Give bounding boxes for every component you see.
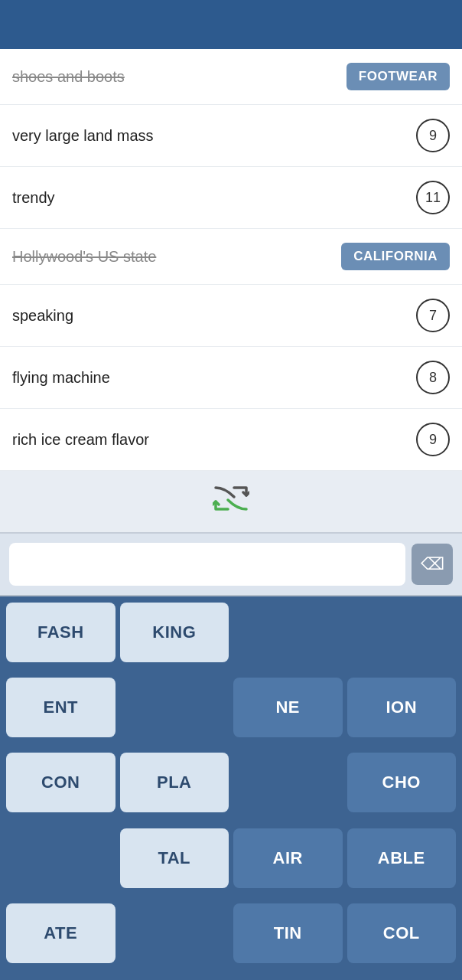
clue-row-2: very large land mass9	[0, 105, 462, 167]
clue-row-4: Hollywood's US stateCALIFORNIA	[0, 229, 462, 285]
clues-section: shoes and bootsFOOTWEARvery large land m…	[0, 49, 462, 471]
clue-row-7: rich ice cream flavor9	[0, 409, 462, 471]
key-btn-tin[interactable]: TIN	[233, 903, 343, 963]
delete-icon: ⌫	[421, 554, 444, 574]
key-btn-empty-3	[347, 603, 457, 662]
key-btn-ion[interactable]: ION	[347, 678, 457, 737]
key-btn-able[interactable]: ABLE	[347, 828, 457, 888]
key-btn-con[interactable]: CON	[6, 753, 116, 812]
clue-number-badge-2: 9	[416, 119, 450, 152]
key-btn-empty-12	[6, 828, 116, 888]
input-row: ⌫	[0, 534, 462, 596]
clue-row-6: flying machine8	[0, 347, 462, 409]
shuffle-row[interactable]	[0, 471, 462, 534]
clue-text-4: Hollywood's US state	[12, 248, 341, 266]
clue-text-3: trendy	[12, 189, 416, 207]
clue-number-badge-7: 9	[416, 423, 450, 456]
clue-text-5: speaking	[12, 307, 416, 325]
answer-input[interactable]	[9, 543, 405, 586]
keyboard-grid: FASHKINGENTNEIONCONPLACHOTALAIRABLEATETI…	[0, 596, 462, 980]
key-btn-tal[interactable]: TAL	[120, 828, 229, 888]
shuffle-icon[interactable]	[213, 485, 249, 518]
clue-text-7: rich ice cream flavor	[12, 431, 416, 449]
key-btn-empty-2	[233, 603, 343, 662]
key-btn-king[interactable]: KING	[120, 603, 229, 662]
clue-number-badge-6: 8	[416, 361, 450, 394]
clue-text-6: flying machine	[12, 369, 416, 387]
key-btn-empty-5	[120, 678, 229, 737]
header	[0, 0, 462, 49]
clue-row-3: trendy11	[0, 167, 462, 229]
clue-row-5: speaking7	[0, 285, 462, 347]
key-btn-ne[interactable]: NE	[233, 678, 343, 737]
key-btn-ent[interactable]: ENT	[6, 678, 116, 737]
key-btn-empty-10	[233, 753, 343, 812]
clue-answer-badge-1: FOOTWEAR	[346, 63, 450, 90]
clue-answer-badge-4: CALIFORNIA	[341, 243, 450, 270]
clue-number-badge-5: 7	[416, 299, 450, 332]
clue-text-1: shoes and boots	[12, 68, 346, 86]
clue-row-1: shoes and bootsFOOTWEAR	[0, 49, 462, 105]
key-btn-col[interactable]: COL	[347, 903, 457, 963]
key-btn-empty-17	[120, 903, 229, 963]
delete-button[interactable]: ⌫	[412, 544, 453, 585]
key-btn-fash[interactable]: FASH	[6, 603, 116, 662]
key-btn-air[interactable]: AIR	[233, 828, 343, 888]
clue-number-badge-3: 11	[416, 181, 450, 214]
key-btn-cho[interactable]: CHO	[347, 753, 457, 812]
key-btn-ate[interactable]: ATE	[6, 903, 116, 963]
key-btn-pla[interactable]: PLA	[120, 753, 229, 812]
clue-text-2: very large land mass	[12, 127, 416, 145]
